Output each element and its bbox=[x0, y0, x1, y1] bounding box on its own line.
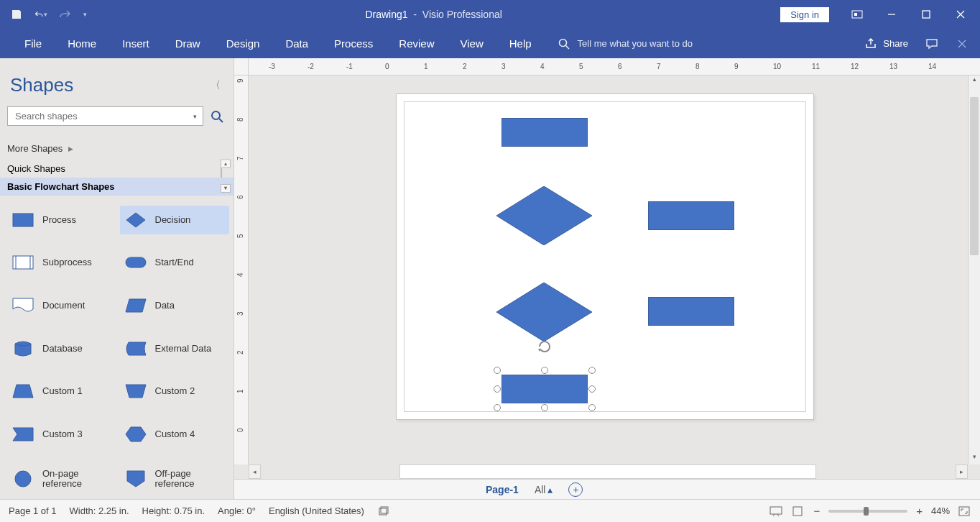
page-tab-1[interactable]: Page-1 bbox=[486, 484, 519, 495]
shape-subprocess[interactable]: Subprocess bbox=[7, 249, 117, 278]
canvas-shape-decision-2[interactable] bbox=[496, 283, 592, 342]
shape-custom2[interactable]: Custom 2 bbox=[120, 377, 230, 406]
hscroll-track[interactable] bbox=[399, 464, 816, 479]
shape-onpage-ref[interactable]: On-page reference bbox=[7, 463, 117, 495]
tab-draw[interactable]: Draw bbox=[162, 37, 213, 50]
shape-offpage-ref[interactable]: Off-page reference bbox=[120, 463, 230, 495]
minimize-icon[interactable] bbox=[885, 8, 898, 21]
search-icon bbox=[558, 37, 570, 50]
ribbon-display-icon[interactable] bbox=[851, 8, 864, 21]
stencil-scroll-down[interactable]: ▾ bbox=[221, 184, 231, 193]
close-icon[interactable] bbox=[954, 8, 967, 21]
canvas-area: -3-2-101234567891011121314 9876543210 bbox=[234, 58, 980, 499]
zoom-level[interactable]: 44% bbox=[931, 505, 950, 516]
status-page[interactable]: Page 1 of 1 bbox=[9, 505, 57, 516]
shape-data[interactable]: Data bbox=[120, 291, 230, 320]
basic-flowchart-label: Basic Flowchart Shapes bbox=[7, 181, 115, 192]
search-dropdown-icon[interactable]: ▾ bbox=[192, 113, 198, 120]
shape-grid: Process Decision Subprocess Start/End Do… bbox=[0, 196, 234, 499]
undo-icon[interactable]: ▾ bbox=[34, 8, 47, 21]
vertical-scrollbar[interactable]: ▴ ▾ bbox=[968, 75, 980, 464]
svg-line-7 bbox=[219, 119, 223, 122]
shape-custom4[interactable]: Custom 4 bbox=[120, 420, 230, 449]
title-bar: ▾ ▾ Drawing1 - Visio Professional Sign i… bbox=[0, 0, 980, 29]
share-button[interactable]: Share bbox=[865, 38, 908, 50]
save-icon[interactable] bbox=[10, 8, 23, 21]
svg-rect-1 bbox=[854, 13, 857, 16]
svg-marker-17 bbox=[13, 428, 33, 441]
tab-file[interactable]: File bbox=[11, 37, 55, 50]
status-lang[interactable]: English (United States) bbox=[269, 505, 364, 516]
title-bar-right: Sign in bbox=[780, 7, 980, 22]
zoom-in-button[interactable]: + bbox=[915, 505, 924, 517]
chevron-right-icon: ▶ bbox=[68, 145, 73, 152]
tell-me-search[interactable]: Tell me what you want to do bbox=[558, 37, 693, 50]
macro-record-icon[interactable] bbox=[377, 505, 392, 518]
redo-icon[interactable] bbox=[59, 8, 72, 21]
document-icon bbox=[11, 297, 35, 314]
svg-rect-30 bbox=[959, 507, 969, 516]
canvas-shape-process-1[interactable] bbox=[501, 118, 588, 147]
status-bar: Page 1 of 1 Width: 2.25 in. Height: 0.75… bbox=[0, 499, 980, 522]
tab-home[interactable]: Home bbox=[55, 37, 109, 50]
hscroll-left[interactable]: ◂ bbox=[249, 464, 261, 479]
comments-icon[interactable] bbox=[925, 37, 938, 50]
maximize-icon[interactable] bbox=[920, 8, 933, 21]
tab-insert[interactable]: Insert bbox=[109, 37, 162, 50]
offpage-icon bbox=[124, 470, 148, 487]
svg-rect-29 bbox=[793, 507, 802, 516]
svg-marker-9 bbox=[126, 213, 145, 227]
canvas-shape-decision-1[interactable] bbox=[496, 186, 592, 245]
quick-shapes-header[interactable]: Quick Shapes ▴ bbox=[0, 160, 234, 178]
tab-design[interactable]: Design bbox=[213, 37, 273, 50]
shape-external-data[interactable]: External Data bbox=[120, 334, 230, 363]
shape-custom3[interactable]: Custom 3 bbox=[7, 420, 117, 449]
shape-custom1[interactable]: Custom 1 bbox=[7, 377, 117, 406]
more-shapes[interactable]: More Shapes ▶ bbox=[0, 133, 234, 160]
all-pages[interactable]: All ▴ bbox=[535, 484, 553, 495]
tell-me-placeholder: Tell me what you want to do bbox=[578, 38, 693, 49]
tab-data[interactable]: Data bbox=[272, 37, 321, 50]
shape-decision[interactable]: Decision bbox=[120, 206, 230, 234]
selection-handles[interactable] bbox=[497, 370, 592, 408]
add-page-button[interactable]: + bbox=[568, 482, 583, 497]
svg-marker-22 bbox=[496, 283, 592, 342]
horizontal-scrollbar-row: ◂ ▸ bbox=[234, 464, 980, 479]
shape-process[interactable]: Process bbox=[7, 206, 117, 234]
shape-startend[interactable]: Start/End bbox=[120, 249, 230, 278]
stencil-scrollbar[interactable]: ▴ bbox=[221, 159, 231, 178]
svg-point-6 bbox=[212, 111, 220, 119]
vertical-ruler[interactable]: 9876543210 bbox=[234, 75, 249, 464]
tab-review[interactable]: Review bbox=[386, 37, 447, 50]
svg-rect-26 bbox=[770, 507, 782, 514]
document-name: Drawing1 bbox=[365, 9, 407, 20]
horizontal-ruler[interactable]: -3-2-101234567891011121314 bbox=[234, 58, 980, 75]
fit-page-icon[interactable] bbox=[957, 505, 971, 518]
hscroll-right[interactable]: ▸ bbox=[956, 464, 968, 479]
presentation-mode-icon[interactable] bbox=[769, 505, 783, 518]
shape-database[interactable]: Database bbox=[7, 334, 117, 363]
basic-flowchart-header[interactable]: Basic Flowchart Shapes ▾ bbox=[0, 178, 234, 196]
drawing-page[interactable] bbox=[249, 75, 968, 464]
zoom-slider[interactable] bbox=[828, 510, 907, 513]
qat-more-icon[interactable]: ▾ bbox=[83, 11, 87, 18]
status-width: Width: 2.25 in. bbox=[70, 505, 129, 516]
collapse-shapes-icon[interactable]: 〈 bbox=[208, 76, 223, 95]
page-tabs: Page-1 All ▴ + bbox=[234, 479, 980, 499]
shape-document[interactable]: Document bbox=[7, 291, 117, 320]
tab-view[interactable]: View bbox=[447, 37, 496, 50]
zoom-out-button[interactable]: − bbox=[812, 505, 821, 517]
search-shapes-input[interactable]: ▾ bbox=[7, 106, 203, 126]
tab-process[interactable]: Process bbox=[321, 37, 386, 50]
quick-shapes-label: Quick Shapes bbox=[7, 163, 65, 174]
signin-button[interactable]: Sign in bbox=[780, 7, 829, 22]
canvas-shape-process-2[interactable] bbox=[648, 201, 734, 230]
canvas-shape-process-3[interactable] bbox=[648, 297, 734, 326]
svg-marker-21 bbox=[496, 186, 592, 245]
rotate-handle-icon[interactable] bbox=[537, 339, 553, 354]
process-icon bbox=[11, 211, 35, 229]
tab-help[interactable]: Help bbox=[496, 37, 545, 50]
search-button[interactable] bbox=[208, 106, 226, 126]
page-width-icon[interactable] bbox=[790, 505, 805, 518]
collapse-ribbon-icon[interactable] bbox=[956, 37, 969, 50]
